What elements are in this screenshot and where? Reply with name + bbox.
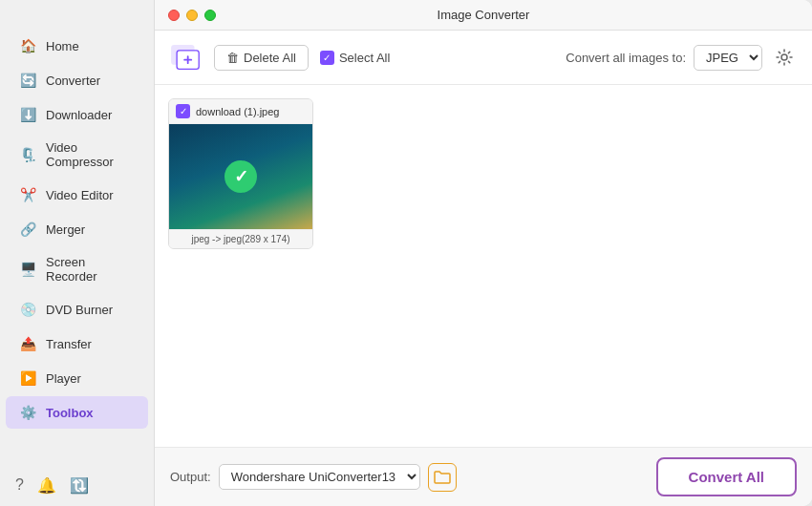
sidebar-item-toolbox[interactable]: ⚙️ Toolbox <box>6 396 148 429</box>
image-filename: download (1).jpeg <box>196 106 279 117</box>
window-title: Image Converter <box>438 8 530 22</box>
sidebar-item-screen-recorder[interactable]: 🖥️ Screen Recorder <box>6 247 148 291</box>
settings-button[interactable] <box>770 43 799 72</box>
video-editor-icon: ✂️ <box>19 186 36 203</box>
image-preview: ✓ <box>169 124 312 229</box>
screen-recorder-icon: 🖥️ <box>19 261 36 278</box>
sidebar-bottom: ? 🔔 🔃 <box>0 465 154 506</box>
sidebar-item-downloader[interactable]: ⬇️ Downloader <box>6 98 148 131</box>
sidebar-item-video-compressor[interactable]: 🗜️ Video Compressor <box>6 133 148 177</box>
image-complete-icon: ✓ <box>224 160 257 193</box>
convert-all-label: Convert All <box>689 469 764 485</box>
sidebar-item-label: Video Compressor <box>46 140 135 169</box>
svg-point-4 <box>781 54 787 60</box>
image-card-header: ✓ download (1).jpeg <box>169 99 312 124</box>
image-grid: ✓ download (1).jpeg ✓ jpeg -> jpeg(289 x… <box>168 98 799 249</box>
sidebar-item-label: DVD Burner <box>46 303 113 317</box>
player-icon: ▶️ <box>19 369 36 387</box>
convert-all-images-label: Convert all images to: <box>566 51 686 65</box>
select-all-label: Select All <box>339 51 390 65</box>
refresh-icon[interactable]: 🔃 <box>70 476 89 495</box>
window-controls <box>168 10 216 21</box>
close-button[interactable] <box>168 10 180 21</box>
sidebar-item-label: Toolbox <box>46 406 94 420</box>
sidebar-item-label: Merger <box>46 222 85 237</box>
toolbox-icon: ⚙️ <box>19 404 36 421</box>
sidebar-item-label: Player <box>46 371 81 386</box>
select-all-checkbox-label[interactable]: ✓ Select All <box>320 51 390 65</box>
sidebar-item-label: Transfer <box>46 337 92 351</box>
image-card: ✓ download (1).jpeg ✓ jpeg -> jpeg(289 x… <box>168 98 313 249</box>
add-image-button[interactable] <box>168 40 203 74</box>
video-compressor-icon: 🗜️ <box>19 146 36 163</box>
convert-all-button[interactable]: Convert All <box>656 457 797 496</box>
converter-icon: 🔄 <box>19 72 36 89</box>
sidebar-item-merger[interactable]: 🔗 Merger <box>6 213 148 245</box>
image-conversion-info: jpeg -> jpeg(289 x 174) <box>169 229 312 248</box>
dvd-burner-icon: 💿 <box>19 301 36 318</box>
main-panel: Image Converter 🗑 Delete All ✓ Select Al… <box>155 0 812 506</box>
sidebar-item-label: Video Editor <box>46 188 114 202</box>
output-label: Output: <box>170 470 211 484</box>
transfer-icon: 📤 <box>19 335 36 352</box>
toolbar: 🗑 Delete All ✓ Select All Convert all im… <box>155 31 812 85</box>
bottom-bar: Output: Wondershare UniConverter13 Conve… <box>155 447 812 506</box>
downloader-icon: ⬇️ <box>19 106 36 123</box>
sidebar-item-label: Screen Recorder <box>46 255 135 284</box>
minimize-button[interactable] <box>186 10 198 21</box>
home-icon: 🏠 <box>19 37 36 54</box>
sidebar-item-label: Converter <box>46 74 100 88</box>
sidebar-item-home[interactable]: 🏠 Home <box>6 30 148 62</box>
sidebar-item-label: Downloader <box>46 108 112 122</box>
sidebar-item-label: Home <box>46 39 79 53</box>
sidebar-item-dvd-burner[interactable]: 💿 DVD Burner <box>6 293 148 326</box>
delete-all-button[interactable]: 🗑 Delete All <box>214 45 309 71</box>
output-folder-select[interactable]: Wondershare UniConverter13 <box>219 464 420 490</box>
open-folder-button[interactable] <box>428 463 457 492</box>
format-selector-group: Convert all images to: JPEG PNG BMP TIFF… <box>566 43 799 72</box>
format-select[interactable]: JPEG PNG BMP TIFF GIF <box>694 45 762 71</box>
image-checkbox[interactable]: ✓ <box>176 104 190 118</box>
select-all-checkbox[interactable]: ✓ <box>320 51 334 65</box>
sidebar-item-converter[interactable]: 🔄 Converter <box>6 64 148 96</box>
trash-icon: 🗑 <box>226 51 239 65</box>
notification-icon[interactable]: 🔔 <box>37 476 56 495</box>
maximize-button[interactable] <box>204 10 216 21</box>
titlebar: Image Converter <box>155 0 812 31</box>
help-icon[interactable]: ? <box>15 476 24 495</box>
sidebar-item-transfer[interactable]: 📤 Transfer <box>6 327 148 360</box>
sidebar: 🏠 Home 🔄 Converter ⬇️ Downloader 🗜️ Vide… <box>0 0 155 506</box>
sidebar-item-player[interactable]: ▶️ Player <box>6 362 148 394</box>
merger-icon: 🔗 <box>19 221 36 238</box>
sidebar-item-video-editor[interactable]: ✂️ Video Editor <box>6 179 148 211</box>
delete-all-label: Delete All <box>244 51 296 65</box>
image-content-area: ✓ download (1).jpeg ✓ jpeg -> jpeg(289 x… <box>155 85 812 447</box>
